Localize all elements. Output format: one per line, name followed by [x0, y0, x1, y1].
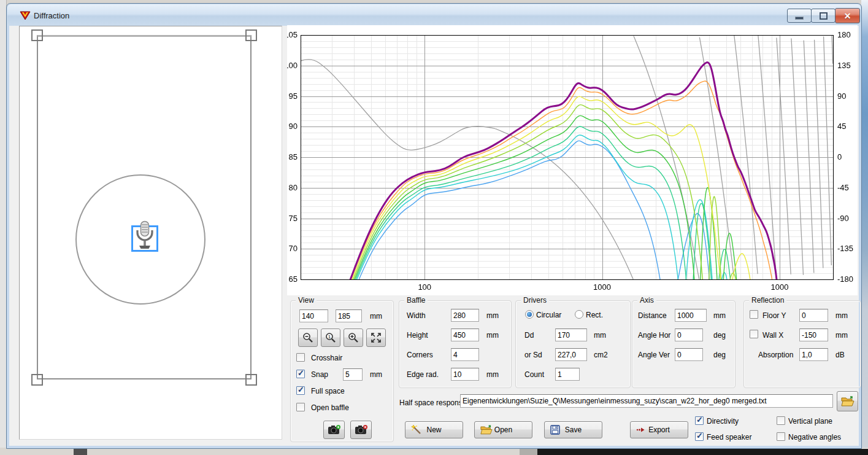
vertical-plane-checkbox[interactable] [777, 416, 785, 425]
negative-angles-label: Negative angles [788, 433, 841, 441]
title-bar[interactable]: Diffraction ✕ [7, 4, 861, 26]
zoom-100-button[interactable]: 1 [321, 329, 340, 347]
axis-anglever-input[interactable] [675, 348, 703, 361]
snap-unit-label: mm [370, 370, 382, 379]
zoom-in-button[interactable] [344, 329, 363, 347]
baffle-edge-input[interactable] [451, 368, 479, 381]
negative-angles-checkbox[interactable] [777, 432, 785, 441]
baffle-height-input[interactable] [451, 329, 479, 341]
axis-anglever-unit: deg [713, 351, 726, 359]
view-unit-label: mm [370, 312, 382, 321]
save-button[interactable]: Save [544, 421, 602, 438]
baffle-preview-panel[interactable] [19, 26, 282, 440]
directivity-checkbox[interactable] [695, 416, 704, 425]
open-button[interactable]: Open [474, 421, 532, 438]
magnifier-minus-icon [302, 332, 313, 343]
zoom-fit-button[interactable] [366, 329, 386, 347]
group-drivers-label: Drivers [521, 296, 549, 305]
driver-circular-radio[interactable] [525, 310, 534, 319]
taskbar-fragment-button [74, 449, 87, 455]
baffle-corner-handle-tr[interactable] [245, 29, 257, 41]
fit-view-icon [371, 333, 381, 343]
save-button-label: Save [565, 426, 582, 434]
group-reflection-label: Reflection [749, 296, 786, 305]
desktop-background-right [861, 0, 868, 455]
wall-x-checkbox[interactable] [750, 330, 758, 338]
half-space-path-input[interactable] [460, 394, 833, 408]
camera-remove-icon [355, 424, 368, 435]
open-baffle-label: Open baffle [311, 403, 349, 412]
response-chart [287, 25, 858, 295]
driver-dd-input[interactable] [555, 329, 587, 341]
snap-checkbox[interactable] [296, 370, 305, 378]
view-height-input[interactable] [336, 309, 362, 322]
driver-rect-radio[interactable] [575, 310, 583, 319]
open-folder-icon [480, 425, 493, 435]
baffle-corner-handle-tl[interactable] [31, 29, 43, 41]
feed-speaker-checkbox[interactable] [695, 432, 704, 441]
group-axis-label: Axis [637, 296, 656, 305]
export-arrow-icon [636, 426, 646, 434]
absorption-unit: dB [835, 351, 845, 359]
open-button-label: Open [494, 426, 512, 434]
driver-sd-input[interactable] [555, 348, 587, 361]
axis-anglehor-label: Angle Hor [638, 331, 670, 340]
view-width-input[interactable] [299, 309, 328, 322]
svg-text:1: 1 [328, 334, 331, 340]
new-button[interactable]: New [405, 421, 463, 438]
group-baffle-label: Baffle [404, 296, 428, 305]
open-baffle-checkbox[interactable] [296, 403, 305, 411]
magnifier-plus-icon [348, 332, 359, 343]
taskbar-fragment-gray [520, 448, 537, 455]
crosshair-label: Crosshair [311, 354, 342, 362]
new-button-label: New [426, 426, 441, 434]
driver-count-label: Count [524, 370, 544, 379]
vertical-plane-label: Vertical plane [788, 417, 832, 426]
group-view-label: View [296, 296, 317, 305]
zoom-out-button[interactable] [298, 329, 318, 347]
snap-value-input[interactable] [343, 368, 363, 381]
browse-response-button[interactable] [837, 391, 858, 411]
floor-y-checkbox[interactable] [750, 310, 758, 319]
crosshair-checkbox[interactable] [296, 353, 305, 362]
window-title: Diffraction [34, 11, 69, 20]
close-button[interactable]: ✕ [835, 8, 860, 23]
baffle-width-input[interactable] [451, 309, 479, 322]
microphone-icon[interactable] [134, 220, 155, 252]
driver-sd-unit: cm2 [594, 351, 608, 359]
baffle-corner-handle-bl[interactable] [31, 374, 43, 386]
wall-x-label: Wall X [762, 331, 783, 340]
magnifier-one-icon: 1 [325, 332, 336, 343]
wall-x-input[interactable] [799, 329, 828, 341]
floor-y-unit: mm [835, 311, 848, 320]
axis-distance-input[interactable] [675, 309, 707, 322]
export-button[interactable]: Export [630, 421, 688, 438]
export-button-label: Export [648, 426, 670, 434]
save-floppy-icon [550, 425, 560, 435]
directivity-label: Directivity [707, 417, 739, 426]
floor-y-input[interactable] [799, 309, 828, 322]
driver-count-input[interactable] [555, 368, 580, 381]
baffle-height-unit: mm [486, 331, 499, 340]
minimize-button[interactable] [787, 9, 812, 23]
snapshot-add-button[interactable] [323, 421, 345, 439]
baffle-edge-label: Edge rad. [407, 370, 439, 379]
axis-anglehor-input[interactable] [675, 329, 703, 341]
axis-anglever-label: Angle Ver [638, 351, 670, 359]
baffle-width-unit: mm [486, 311, 499, 320]
full-space-checkbox[interactable] [296, 386, 305, 395]
half-space-label: Half space response [399, 399, 466, 407]
driver-sd-label: or Sd [524, 351, 542, 359]
snapshot-remove-button[interactable] [350, 421, 372, 439]
baffle-corner-handle-br[interactable] [245, 374, 257, 386]
maximize-button[interactable] [811, 9, 835, 23]
axis-distance-unit: mm [713, 311, 726, 320]
absorption-input[interactable] [799, 348, 828, 361]
open-folder-icon [841, 396, 855, 406]
close-icon: ✕ [844, 11, 851, 21]
magic-wand-icon [411, 424, 422, 435]
baffle-width-label: Width [407, 311, 426, 320]
baffle-corners-input[interactable] [451, 348, 479, 361]
wall-x-unit: mm [835, 331, 848, 340]
driver-dd-label: Dd [524, 331, 534, 340]
